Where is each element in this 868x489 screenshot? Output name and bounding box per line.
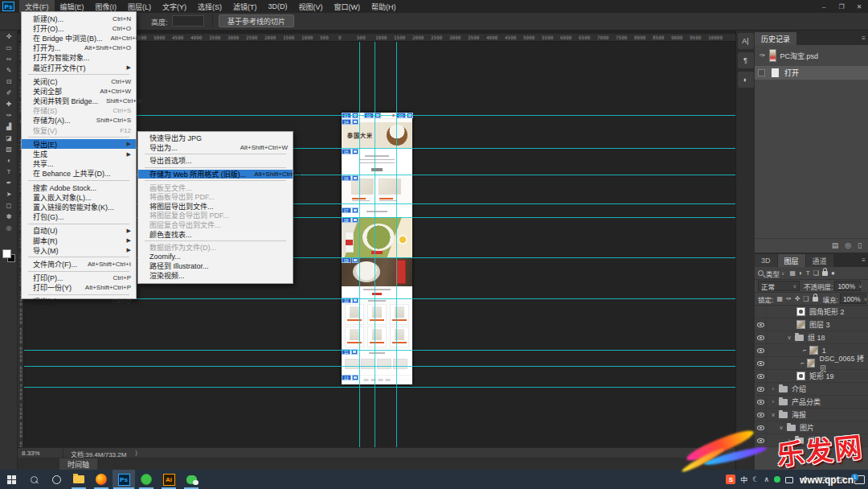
layer-row[interactable]: ›产品分类 bbox=[755, 396, 868, 409]
lock-transparent-icon[interactable]: ▦ bbox=[776, 295, 783, 302]
file-menu-item[interactable]: 共享... bbox=[22, 159, 136, 169]
export-menu-item[interactable]: 将图层导出到文件... bbox=[138, 202, 293, 212]
visibility-toggle[interactable] bbox=[755, 318, 767, 331]
file-menu-item[interactable]: 退出(X)Ctrl+Q bbox=[22, 297, 136, 306]
filter-pixel-layers-icon[interactable]: ▦ bbox=[789, 269, 796, 277]
path-selection-tool[interactable]: ➤ bbox=[0, 188, 18, 199]
blend-mode-select[interactable]: 正常∨ bbox=[758, 281, 800, 291]
visibility-toggle[interactable] bbox=[755, 370, 767, 383]
layer-row[interactable]: ∨组 18 bbox=[755, 331, 868, 344]
file-menu-item[interactable]: 打印(P)...Ctrl+P bbox=[22, 273, 136, 283]
lock-all-icon[interactable] bbox=[813, 297, 818, 302]
slice-badge-13[interactable]: 13 bbox=[342, 375, 358, 380]
expander-icon[interactable]: › bbox=[770, 386, 776, 392]
filter-type-label[interactable]: 类型 bbox=[766, 269, 780, 278]
slices-from-guides-button[interactable]: 基于参考线的切片 bbox=[219, 14, 294, 27]
expander-icon[interactable]: ∨ bbox=[778, 425, 784, 431]
file-menu-item[interactable]: 存储为(A)...Shift+Ctrl+S bbox=[22, 116, 136, 125]
file-menu-item[interactable]: 导入(M)▶ bbox=[22, 245, 136, 255]
file-menu-item[interactable]: 打开为...Alt+Shift+Ctrl+O bbox=[22, 43, 136, 53]
menubar-item-10[interactable]: 窗口(W) bbox=[329, 0, 366, 13]
export-menu-item[interactable]: 快速导出为 JPG bbox=[138, 134, 293, 143]
tab-channels[interactable]: 通道 bbox=[806, 254, 833, 267]
file-menu-item[interactable]: 生成▶ bbox=[22, 149, 136, 158]
filter-toggle-icon[interactable]: ● bbox=[831, 269, 835, 277]
eraser-tool[interactable]: ◪ bbox=[0, 132, 18, 143]
lasso-tool[interactable]: ∾ bbox=[0, 53, 18, 64]
menubar-item-6[interactable]: 选择(S) bbox=[192, 0, 227, 13]
night-mode-icon[interactable]: ☾ bbox=[752, 475, 759, 483]
hand-tool[interactable]: ✽ bbox=[0, 211, 18, 222]
cortana-button[interactable] bbox=[45, 470, 68, 489]
filter-shape-layers-icon[interactable]: ❏ bbox=[813, 269, 819, 277]
height-input[interactable] bbox=[172, 15, 204, 27]
file-menu-item[interactable]: 置入嵌入对象(L)... bbox=[22, 192, 136, 202]
start-button[interactable] bbox=[0, 470, 23, 489]
layer-row[interactable]: ∨图片 bbox=[755, 421, 868, 434]
menubar-item-9[interactable]: 视图(V) bbox=[293, 0, 329, 13]
ime-chinese-icon[interactable]: 中 bbox=[740, 475, 747, 485]
panel-menu-icon[interactable]: ≡ bbox=[862, 257, 865, 264]
file-menu-item[interactable]: 脚本(R)▶ bbox=[22, 236, 136, 245]
eyedropper-tool[interactable]: ✐ bbox=[0, 87, 18, 98]
slice-badge-08[interactable]: 08 bbox=[342, 217, 358, 223]
menubar-item-11[interactable]: 帮助(H) bbox=[366, 0, 402, 13]
filter-adjustment-layers-icon[interactable]: ◐ bbox=[799, 269, 803, 277]
visibility-toggle[interactable] bbox=[755, 331, 767, 344]
visibility-toggle[interactable] bbox=[755, 344, 767, 357]
adjustments-panel-icon[interactable]: ◐ bbox=[738, 72, 754, 88]
visibility-toggle[interactable] bbox=[755, 434, 767, 447]
close-button[interactable]: ✕ bbox=[850, 1, 868, 12]
wechat-button[interactable] bbox=[180, 470, 203, 489]
visibility-toggle[interactable] bbox=[755, 306, 767, 318]
file-menu-item[interactable]: 打包(G)... bbox=[22, 212, 136, 222]
layer-row[interactable]: ∨海报 bbox=[755, 409, 868, 421]
file-explorer-button[interactable] bbox=[68, 470, 90, 489]
minimize-button[interactable]: – bbox=[815, 1, 833, 12]
file-menu-item[interactable]: 在 Bridge 中浏览(B)...Alt+Ctrl+O bbox=[22, 33, 136, 43]
slice-badge-09[interactable]: 09 bbox=[342, 257, 358, 263]
layer-row[interactable]: ›组 3 bbox=[755, 434, 868, 447]
firefox-button[interactable] bbox=[90, 470, 113, 489]
blur-tool[interactable]: ◖ bbox=[0, 154, 18, 166]
visibility-toggle[interactable] bbox=[755, 409, 767, 421]
visibility-toggle[interactable] bbox=[755, 357, 767, 370]
export-menu-item[interactable]: Zoomify... bbox=[138, 253, 293, 262]
export-menu-item[interactable]: 渲染视频... bbox=[138, 271, 293, 281]
file-menu-item[interactable]: 关闭并转到 Bridge...Shift+Ctrl+W bbox=[22, 97, 136, 106]
opacity-select[interactable]: 100%∨ bbox=[834, 281, 861, 291]
brush-tool[interactable]: ✑ bbox=[0, 109, 18, 121]
history-source-checkbox[interactable] bbox=[758, 69, 765, 76]
foreground-color-swatch[interactable] bbox=[2, 249, 11, 258]
file-menu-item[interactable]: 导出(E)▶ bbox=[22, 139, 136, 149]
zoom-level-field[interactable]: 8.33% bbox=[22, 450, 40, 457]
gradient-tool[interactable]: ▧ bbox=[0, 143, 18, 154]
filter-smart-objects-icon[interactable] bbox=[822, 271, 828, 276]
clone-stamp-tool[interactable]: ▟ bbox=[0, 121, 18, 132]
slice-badge-05[interactable]: 05 bbox=[342, 149, 358, 154]
fill-select[interactable]: 100%∨ bbox=[840, 294, 866, 304]
taskbar-search-button[interactable] bbox=[23, 470, 45, 489]
color-swatches[interactable] bbox=[2, 249, 15, 262]
visibility-toggle[interactable] bbox=[755, 421, 767, 434]
panel-menu-icon[interactable]: ≡ bbox=[862, 35, 865, 42]
layer-row[interactable]: 圆角矩形 2 bbox=[755, 306, 868, 318]
tab-history[interactable]: 历史记录 bbox=[755, 32, 796, 45]
paragraph-panel-icon[interactable]: ¶ bbox=[738, 52, 754, 68]
menubar-item-8[interactable]: 3D(D) bbox=[263, 0, 293, 13]
menubar-item-7[interactable]: 滤镜(T) bbox=[227, 0, 263, 13]
file-menu-item[interactable]: 置入链接的智能对象(K)... bbox=[22, 202, 136, 212]
lock-artboard-icon[interactable]: ❑ bbox=[803, 295, 809, 302]
tray-expand-caret-icon[interactable]: ∧ bbox=[764, 475, 769, 483]
layer-row[interactable]: 图层 3 bbox=[755, 318, 868, 331]
delete-state-icon[interactable]: ▯ bbox=[858, 241, 862, 249]
zoom-tool[interactable]: ◎ bbox=[0, 222, 18, 233]
new-snapshot-icon[interactable]: ◎ bbox=[845, 241, 851, 249]
character-panel-icon[interactable]: A| bbox=[738, 33, 754, 49]
export-menu-item[interactable]: 导出首选项... bbox=[138, 156, 293, 166]
timeline-tab[interactable]: 时间轴 bbox=[59, 458, 97, 470]
sogou-input-icon[interactable]: S bbox=[726, 475, 735, 484]
export-menu-item[interactable]: 导出为...Alt+Shift+Ctrl+W bbox=[138, 143, 293, 153]
new-document-from-state-icon[interactable]: ▤ bbox=[832, 241, 839, 249]
layer-row[interactable]: ›介绍 bbox=[755, 383, 868, 396]
